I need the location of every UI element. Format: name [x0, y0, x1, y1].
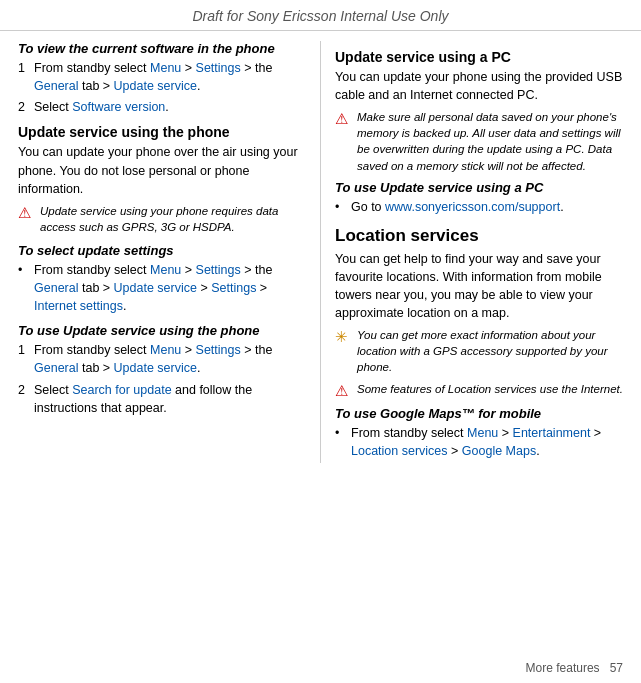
body-text: You can update your phone over the air u…: [18, 143, 306, 197]
bullet-item: •From standby select Menu > Settings > t…: [18, 261, 306, 315]
note-sun-box: ✳You can get more exact information abou…: [335, 327, 623, 375]
body-text: You can update your phone using the prov…: [335, 68, 623, 104]
warning-icon: ⚠: [335, 381, 351, 401]
numbered-item: 2Select Software version.: [18, 98, 306, 116]
section-heading: Update service using a PC: [335, 49, 623, 65]
warning-icon: ⚠: [18, 203, 34, 235]
note-box: ⚠Make sure all personal data saved on yo…: [335, 109, 623, 173]
page-header: Draft for Sony Ericsson Internal Use Onl…: [0, 0, 641, 31]
note-box: ⚠Some features of Location services use …: [335, 381, 623, 401]
section-title: To select update settings: [18, 243, 306, 258]
bullet-item: •Go to www.sonyericsson.com/support.: [335, 198, 623, 216]
section-title: To use Update service using the phone: [18, 323, 306, 338]
body-text: You can get help to find your way and sa…: [335, 250, 623, 323]
numbered-item: 2Select Search for update and follow the…: [18, 381, 306, 417]
right-column: Update service using a PCYou can update …: [335, 41, 623, 463]
numbered-item: 1From standby select Menu > Settings > t…: [18, 341, 306, 377]
section-title: To use Update service using a PC: [335, 180, 623, 195]
bullet-item: •From standby select Menu > Entertainmen…: [335, 424, 623, 460]
section-title: To view the current software in the phon…: [18, 41, 306, 56]
warning-icon: ⚠: [335, 109, 351, 173]
sun-icon: ✳: [335, 327, 351, 375]
big-heading: Location services: [335, 226, 623, 246]
column-divider: [320, 41, 321, 463]
page-footer: More features 57: [526, 661, 623, 675]
numbered-item: 1From standby select Menu > Settings > t…: [18, 59, 306, 95]
section-title: To use Google Maps™ for mobile: [335, 406, 623, 421]
note-box: ⚠Update service using your phone require…: [18, 203, 306, 235]
section-heading: Update service using the phone: [18, 124, 306, 140]
left-column: To view the current software in the phon…: [18, 41, 306, 463]
